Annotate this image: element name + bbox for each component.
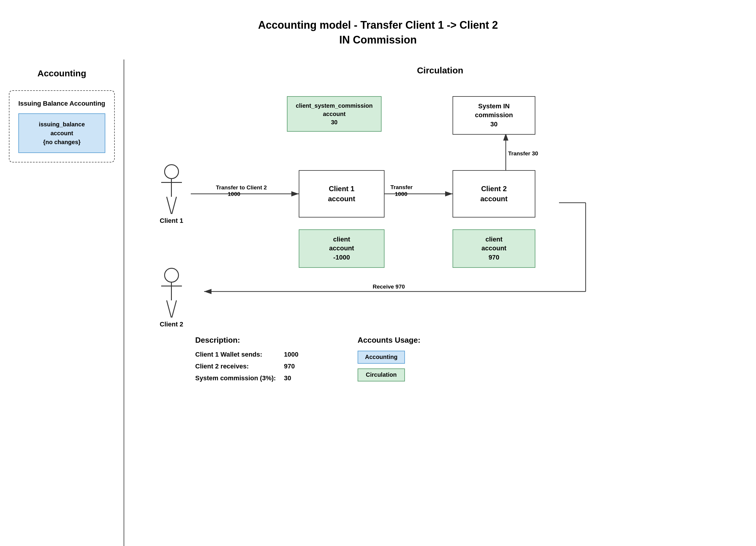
- client2-label: Client 2: [160, 321, 183, 328]
- client1-label: Client 1: [160, 217, 183, 224]
- client1-account-green-box: clientaccount-1000: [299, 229, 385, 268]
- description-block: Description: Client 1 Wallet sends: 1000…: [195, 336, 298, 386]
- desc-row-1: Client 1 Wallet sends: 1000: [195, 351, 298, 358]
- svg-text:1000: 1000: [228, 191, 240, 197]
- issuing-balance-box: Issuing Balance Accounting issuing_balan…: [9, 90, 115, 162]
- right-panel: Circulation Transfer to Client 2 1000: [124, 59, 756, 546]
- legend-circulation: Circulation: [358, 369, 420, 382]
- circulation-title: Circulation: [136, 65, 744, 75]
- desc-row-3: System commission (3%): 30: [195, 374, 298, 382]
- svg-text:Receive 970: Receive 970: [373, 284, 405, 290]
- client2-account-box: Client 2account: [453, 170, 535, 217]
- description-title: Description:: [195, 336, 298, 345]
- svg-text:Transfer 30: Transfer 30: [508, 150, 538, 156]
- issuing-balance-title: Issuing Balance Accounting: [18, 100, 105, 107]
- left-panel: Accounting Issuing Balance Accounting is…: [0, 59, 124, 546]
- legend-accounting: Accounting: [358, 351, 420, 364]
- description-section: Description: Client 1 Wallet sends: 1000…: [195, 336, 420, 386]
- svg-text:Transfer to Client 2: Transfer to Client 2: [216, 184, 267, 190]
- svg-text:1000: 1000: [395, 191, 407, 197]
- client1-figure: Client 1: [160, 164, 183, 224]
- client2-account-green-box: clientaccount970: [453, 229, 535, 268]
- svg-text:Transfer: Transfer: [390, 184, 413, 190]
- page-title: Accounting model - Transfer Client 1 -> …: [0, 0, 756, 48]
- client-system-commission-box: client_system_commissionaccount30: [287, 96, 382, 132]
- diagram: Transfer to Client 2 1000 Transfer 1000 …: [136, 78, 744, 404]
- issuing-balance-account: issuing_balanceaccount{no changes}: [18, 113, 105, 153]
- legend-block: Accounts Usage: Accounting Circulation: [358, 336, 420, 386]
- legend-title: Accounts Usage:: [358, 336, 420, 345]
- system-in-commission-box: System INcommission30: [453, 96, 535, 135]
- client2-figure: Client 2: [160, 268, 183, 328]
- desc-row-2: Client 2 receives: 970: [195, 363, 298, 370]
- client1-account-box: Client 1account: [299, 170, 385, 217]
- accounting-title: Accounting: [9, 68, 115, 78]
